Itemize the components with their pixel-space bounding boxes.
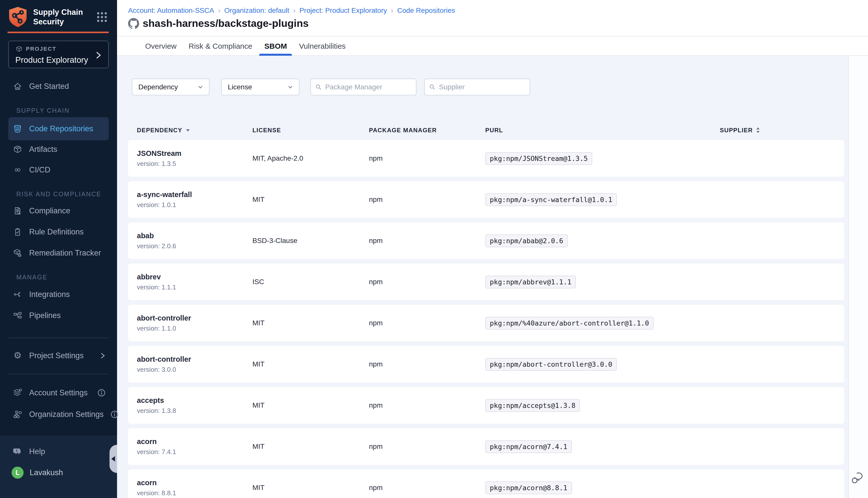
sidebar-item-artifacts[interactable]: Artifacts	[0, 141, 117, 157]
sort-both-icon	[756, 127, 760, 134]
tab-vulnerabilities[interactable]: Vulnerabilities	[294, 37, 351, 55]
breadcrumb-project-link[interactable]: Project: Product Exploratory	[299, 6, 387, 15]
column-header-dependency[interactable]: DEPENDENCY	[137, 127, 252, 134]
dependency-version: version: 1.3.8	[137, 407, 252, 415]
package-manager-search	[310, 79, 416, 95]
project-selector[interactable]: PROJECT Product Exploratory	[8, 41, 109, 68]
purl-value: pkg:npm/%40azure/abort-controller@1.1.0	[485, 317, 653, 330]
supplier-search-input[interactable]	[439, 83, 526, 91]
package-manager-cell: npm	[369, 278, 485, 286]
package-manager-cell: npm	[369, 154, 485, 162]
app-switcher-grid-icon[interactable]	[96, 11, 108, 23]
tab-overview[interactable]: Overview	[140, 37, 182, 55]
sidebar-item-code-repositories[interactable]: Code Repositories	[8, 117, 109, 140]
purl-value: pkg:npm/acorn@7.4.1	[485, 440, 572, 453]
section-label-risk-and-compliance: RISK AND COMPLIANCE	[0, 191, 117, 198]
license-cell: MIT	[252, 360, 369, 368]
sidebar-divider	[8, 338, 109, 338]
table-row[interactable]: acorn version: 8.8.1 MIT npm pkg:npm/aco…	[128, 469, 844, 498]
license-cell: ISC	[252, 278, 369, 286]
brand-accent-bar	[8, 31, 109, 33]
collapse-arrow-icon	[111, 456, 115, 462]
purl-value: pkg:npm/accepts@1.3.8	[485, 399, 580, 412]
license-cell: MIT, Apache-2.0	[252, 154, 369, 162]
package-manager-cell: npm	[369, 484, 485, 492]
package-manager-cell: npm	[369, 319, 485, 327]
search-icon	[429, 83, 436, 91]
purl-value: pkg:npm/a-sync-waterfall@1.0.1	[485, 193, 617, 206]
github-icon	[128, 18, 139, 29]
table-row[interactable]: abort-controller version: 1.1.0 MIT npm …	[128, 305, 844, 341]
sidebar-item-remediation-tracker[interactable]: Remediation Tracker	[0, 245, 117, 261]
license-cell: MIT	[252, 443, 369, 450]
sidebar-item-compliance[interactable]: Compliance	[0, 203, 117, 219]
filter-bar: Dependency License	[132, 79, 868, 95]
table-row[interactable]: acorn version: 7.4.1 MIT npm pkg:npm/aco…	[128, 428, 844, 465]
section-label-manage: MANAGE	[0, 274, 117, 281]
dependency-name: JSONStream	[137, 149, 252, 158]
sidebar-item-rule-definitions[interactable]: Rule Definitions	[0, 224, 117, 240]
sidebar-item-pipelines[interactable]: Pipelines	[0, 307, 117, 324]
dependency-filter-select[interactable]: Dependency	[132, 79, 209, 95]
sidebar-item-account-settings[interactable]: Account Settings	[0, 385, 117, 401]
code-repo-icon	[13, 124, 23, 134]
sidebar-item-help[interactable]: ? Help	[0, 444, 117, 460]
breadcrumb-organization-link[interactable]: Organization: default	[224, 6, 289, 15]
shield-logo-icon	[8, 6, 28, 28]
license-cell: MIT	[252, 196, 369, 204]
chevron-right-icon	[100, 352, 106, 360]
dependency-version: version: 1.1.1	[137, 284, 252, 291]
table-row[interactable]: abbrev version: 1.1.1 ISC npm pkg:npm/ab…	[128, 264, 844, 300]
sidebar-item-cicd[interactable]: ∞ CI/CD	[0, 162, 117, 178]
breadcrumb-separator: ›	[293, 7, 295, 15]
breadcrumb-code-repositories-link[interactable]: Code Repositories	[397, 6, 455, 15]
infinity-icon: ∞	[13, 165, 23, 175]
user-menu[interactable]: L Lavakush	[0, 467, 117, 479]
purl-value: pkg:npm/abab@2.0.6	[485, 234, 568, 247]
breadcrumb-account-link[interactable]: Account: Automation-SSCA	[128, 6, 214, 15]
help-chat-icon: ?	[13, 447, 23, 457]
integrations-icon	[13, 289, 23, 300]
cube-icon	[15, 45, 23, 53]
project-name: Product Exploratory	[15, 55, 103, 65]
dependency-version: version: 7.4.1	[137, 448, 252, 456]
avatar: L	[12, 467, 24, 479]
table-row[interactable]: abab version: 2.0.6 BSD-3-Clause npm pkg…	[128, 222, 844, 259]
license-cell: MIT	[252, 319, 369, 327]
sidebar-collapse-handle[interactable]	[109, 445, 117, 473]
sidebar: Supply ChainSecurity PROJECT Pr	[0, 0, 117, 498]
sidebar-item-integrations[interactable]: Integrations	[0, 286, 117, 302]
chat-fab-icon[interactable]	[851, 471, 865, 485]
column-header-supplier[interactable]: SUPPLIER	[720, 127, 844, 134]
info-icon[interactable]	[97, 388, 106, 397]
table-row[interactable]: abort-controller version: 3.0.0 MIT npm …	[128, 346, 844, 382]
home-icon	[13, 81, 23, 91]
table-row[interactable]: JSONStream version: 1.3.5 MIT, Apache-2.…	[128, 140, 844, 177]
sbom-content: Dependency License	[117, 56, 868, 498]
license-filter-select[interactable]: License	[221, 79, 299, 95]
license-cell: BSD-3-Clause	[252, 237, 369, 245]
sidebar-item-project-settings[interactable]: ⚙ Project Settings	[0, 348, 117, 364]
package-manager-cell: npm	[369, 443, 485, 450]
purl-value: pkg:npm/acorn@8.8.1	[485, 482, 572, 494]
package-manager-cell: npm	[369, 401, 485, 409]
table-row[interactable]: a-sync-waterfall version: 1.0.1 MIT npm …	[128, 181, 844, 218]
tab-sbom[interactable]: SBOM	[259, 37, 292, 55]
table-row[interactable]: accepts version: 1.3.8 MIT npm pkg:npm/a…	[128, 387, 844, 424]
svg-text:∞: ∞	[14, 165, 21, 174]
tab-risk-compliance[interactable]: Risk & Compliance	[184, 37, 257, 55]
app-screen: Supply ChainSecurity PROJECT Pr	[0, 0, 868, 498]
package-manager-search-input[interactable]	[325, 83, 412, 91]
dependency-name: a-sync-waterfall	[137, 191, 252, 199]
info-icon[interactable]	[110, 410, 119, 419]
search-icon	[315, 83, 322, 91]
supplier-search	[424, 79, 530, 95]
clipboard-check-icon	[13, 227, 23, 237]
sidebar-item-organization-settings[interactable]: Organization Settings	[0, 406, 117, 422]
brand-title: Supply ChainSecurity	[33, 8, 88, 27]
svg-text:⚙: ⚙	[14, 351, 22, 361]
box-icon	[13, 144, 23, 154]
pipelines-icon	[13, 311, 23, 320]
sidebar-item-get-started[interactable]: Get Started	[0, 78, 117, 94]
project-label: PROJECT	[26, 46, 56, 52]
